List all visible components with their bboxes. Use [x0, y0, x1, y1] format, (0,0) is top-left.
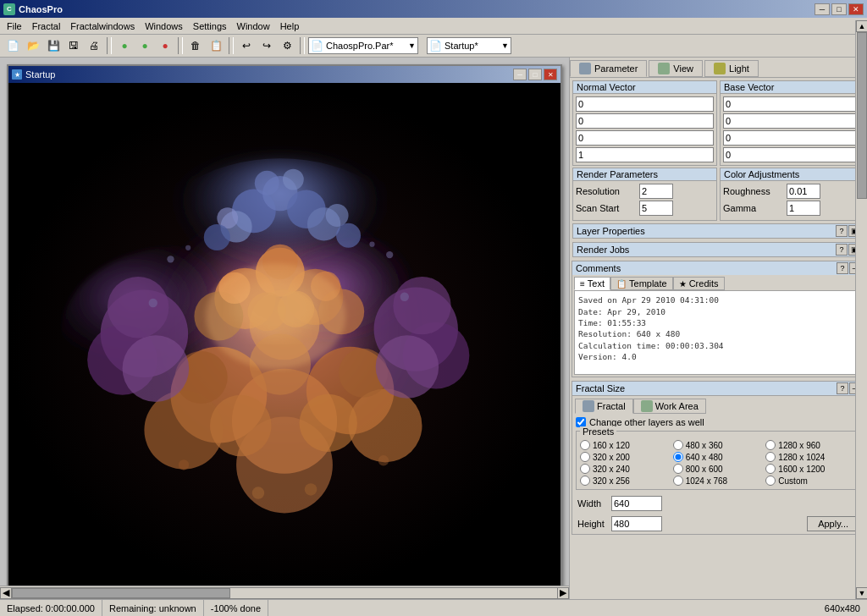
- menu-file[interactable]: File: [2, 20, 27, 32]
- comments-tab-template[interactable]: 📋 Template: [610, 277, 673, 290]
- preset-radio-320x200[interactable]: [580, 452, 590, 462]
- template-tab-icon: 📋: [616, 279, 627, 289]
- preset-radio-320x256[interactable]: [580, 476, 590, 486]
- green-button-1[interactable]: ●: [115, 36, 134, 55]
- menu-fractalwindows[interactable]: Fractalwindows: [65, 20, 140, 32]
- width-row: Width: [572, 493, 864, 514]
- top-tabs: Parameter View Light: [570, 58, 867, 78]
- copy-button[interactable]: 📋: [207, 36, 225, 55]
- preset-160x120[interactable]: 160 x 120: [580, 440, 671, 450]
- redo-button[interactable]: ↪: [257, 36, 276, 55]
- gamma-input[interactable]: [787, 201, 820, 216]
- startup-dropdown-arrow[interactable]: ▼: [501, 41, 509, 50]
- preset-radio-1600x1200[interactable]: [765, 464, 776, 474]
- height-input[interactable]: [611, 516, 662, 531]
- work-area-tab[interactable]: Work Area: [633, 399, 706, 414]
- horizontal-scrollbar[interactable]: ◀ ▶: [0, 586, 569, 599]
- preset-640x480[interactable]: 640 x 480: [673, 452, 765, 462]
- script-button[interactable]: ⚙: [278, 36, 296, 55]
- comments-tab-text[interactable]: ≡ Text: [574, 277, 610, 290]
- svg-point-33: [349, 389, 422, 463]
- svg-point-53: [369, 242, 374, 247]
- preset-radio-480x360[interactable]: [673, 440, 683, 450]
- svg-point-13: [326, 205, 349, 228]
- preset-radio-800x600[interactable]: [673, 464, 683, 474]
- scan-start-input[interactable]: [639, 201, 673, 216]
- open-button[interactable]: 📂: [24, 36, 42, 55]
- preset-1024x768[interactable]: 1024 x 768: [673, 476, 765, 486]
- toolbar-separator-2: [178, 37, 183, 54]
- tab-parameter[interactable]: Parameter: [570, 60, 647, 77]
- preset-1600x1200[interactable]: 1600 x 1200: [765, 464, 857, 474]
- preset-480x360[interactable]: 480 x 360: [673, 440, 765, 450]
- fractal-size-help-btn[interactable]: ?: [837, 382, 848, 394]
- normal-vector-x[interactable]: [576, 96, 714, 112]
- child-maximize-button[interactable]: □: [528, 69, 542, 80]
- layer-help-btn[interactable]: ?: [836, 225, 848, 237]
- par-dropdown-arrow[interactable]: ▼: [408, 41, 416, 50]
- svg-point-55: [400, 293, 409, 301]
- undo-button[interactable]: ↩: [237, 36, 256, 55]
- base-vector-z[interactable]: [723, 130, 861, 146]
- comments-tab-credits[interactable]: ★ Credits: [673, 277, 725, 290]
- preset-320x240[interactable]: 320 x 240: [580, 464, 671, 474]
- tab-view[interactable]: View: [649, 60, 703, 77]
- preset-320x256[interactable]: 320 x 256: [580, 476, 671, 486]
- elapsed-status: Elapsed: 0:00:00.000: [0, 600, 102, 616]
- preset-800x600[interactable]: 800 x 600: [673, 464, 765, 474]
- scroll-thumb-v[interactable]: [857, 58, 867, 198]
- comments-text-content: Saved on Apr 29 2010 04:31:00 Date: Apr …: [574, 290, 863, 375]
- preset-custom[interactable]: Custom: [765, 476, 857, 486]
- svg-point-52: [386, 251, 393, 258]
- print-button[interactable]: 🖨: [85, 36, 103, 55]
- apply-button[interactable]: Apply...: [807, 516, 859, 531]
- scroll-right-btn[interactable]: ▶: [557, 587, 569, 599]
- maximize-button[interactable]: □: [831, 3, 847, 15]
- scroll-thumb[interactable]: [12, 588, 230, 598]
- menu-windows[interactable]: Windows: [140, 20, 188, 32]
- preset-radio-1024x768[interactable]: [673, 476, 683, 486]
- startup-dropdown[interactable]: 📄 Startup* ▼: [427, 37, 511, 54]
- normal-vector-y[interactable]: [576, 113, 714, 129]
- svg-point-17: [336, 223, 361, 248]
- minimize-button[interactable]: ─: [815, 3, 830, 15]
- scroll-left-btn[interactable]: ◀: [0, 587, 12, 599]
- preset-radio-640x480[interactable]: [673, 452, 683, 462]
- save-button[interactable]: 💾: [44, 36, 63, 55]
- render-help-btn[interactable]: ?: [836, 244, 848, 256]
- child-close-button[interactable]: ✕: [544, 69, 557, 80]
- new-button[interactable]: 📄: [3, 36, 22, 55]
- delete-button[interactable]: 🗑: [186, 36, 205, 55]
- red-button[interactable]: ●: [156, 36, 174, 55]
- saveas-button[interactable]: 🖫: [64, 36, 83, 55]
- child-minimize-button[interactable]: ─: [513, 69, 527, 80]
- preset-radio-320x240[interactable]: [580, 464, 590, 474]
- fractal-tab[interactable]: Fractal: [575, 399, 633, 414]
- preset-radio-1280x960[interactable]: [765, 440, 776, 450]
- green-button-2[interactable]: ●: [135, 36, 154, 55]
- preset-1280x1024[interactable]: 1280 x 1024: [765, 452, 857, 462]
- width-input[interactable]: [611, 496, 662, 511]
- par-file-dropdown[interactable]: 📄 ChaospPro.Par* ▼: [308, 37, 418, 54]
- tab-light[interactable]: Light: [704, 60, 759, 77]
- menu-help[interactable]: Help: [275, 20, 305, 32]
- base-vector-y[interactable]: [723, 113, 861, 129]
- preset-radio-custom[interactable]: [765, 476, 776, 486]
- roughness-input[interactable]: [787, 184, 820, 199]
- menu-settings[interactable]: Settings: [188, 20, 232, 32]
- close-button[interactable]: ✕: [848, 3, 864, 15]
- scroll-down-btn[interactable]: ▼: [856, 587, 867, 599]
- preset-radio-1280x1024[interactable]: [765, 452, 776, 462]
- resolution-input[interactable]: [639, 184, 673, 199]
- base-vector-w[interactable]: [723, 147, 861, 162]
- comments-help-btn[interactable]: ?: [837, 262, 848, 274]
- menu-fractal[interactable]: Fractal: [27, 20, 66, 32]
- preset-radio-160x120[interactable]: [580, 440, 590, 450]
- preset-1280x960[interactable]: 1280 x 960: [765, 440, 857, 450]
- base-vector-x[interactable]: [723, 96, 861, 112]
- menu-window[interactable]: Window: [232, 20, 275, 32]
- base-vector-inputs: [721, 94, 864, 165]
- preset-320x200[interactable]: 320 x 200: [580, 452, 671, 462]
- normal-vector-z[interactable]: [576, 130, 714, 146]
- normal-vector-w[interactable]: [576, 147, 714, 162]
